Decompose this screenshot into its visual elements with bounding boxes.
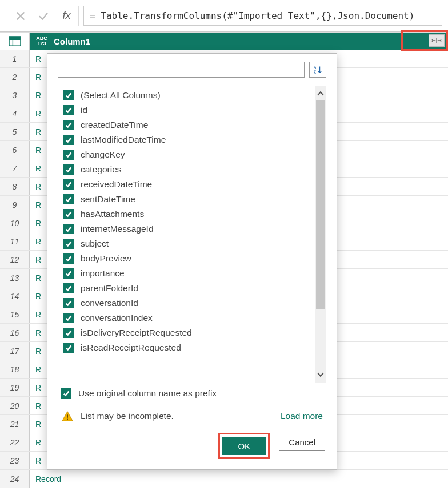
expand-columns-popup: AZ (Select All Columns)idcreatedDateTime… [47,53,337,470]
checkbox-icon[interactable] [63,194,74,204]
checkbox-icon[interactable] [63,313,74,323]
checkbox-icon[interactable] [63,239,74,249]
checkbox-icon[interactable] [63,253,74,264]
cancel-formula-icon[interactable] [9,6,32,26]
column-option-label: isReadReceiptRequested [81,343,181,353]
scrollbar[interactable] [315,86,326,383]
row-number: 12 [0,251,30,268]
checkbox-icon[interactable] [63,150,74,160]
column-checkbox-item[interactable]: id [58,103,315,118]
column-option-label: isDeliveryReceiptRequested [81,328,192,338]
row-number: 3 [0,86,30,104]
expand-column-button[interactable] [429,34,445,47]
scroll-thumb[interactable] [316,100,325,309]
checkbox-icon[interactable] [63,90,74,100]
column-name-label: Column1 [54,37,90,46]
column-checkbox-item[interactable]: bodyPreview [58,251,315,266]
column-option-label: subject [81,239,109,249]
column-option-label: conversationIndex [81,313,153,323]
checkbox-icon[interactable] [63,135,74,145]
row-number: 14 [0,287,30,305]
sort-az-button[interactable]: AZ [309,62,326,78]
checkbox-icon[interactable] [63,328,74,338]
column-checkbox-item[interactable]: hasAttachments [58,207,315,222]
column-checkbox-item[interactable]: subject [58,236,315,251]
row-number: 4 [0,104,30,122]
column-checkbox-item[interactable]: (Select All Columns) [58,88,315,103]
column-header-row: ABC 123 Column1 [0,33,448,50]
checkbox-icon[interactable] [63,268,74,279]
column-checkbox-item[interactable]: receivedDateTime [58,177,315,192]
row-number: 18 [0,360,30,378]
formula-bar: fx [0,0,448,32]
row-number: 23 [0,452,30,469]
column-option-label: internetMessageId [81,224,154,234]
row-number: 16 [0,324,30,341]
svg-text:Z: Z [314,70,316,75]
table-corner-icon[interactable] [0,33,30,50]
column-option-label: receivedDateTime [81,179,152,190]
column-checkbox-item[interactable]: isDeliveryReceiptRequested [58,325,315,340]
column-checkbox-item[interactable]: parentFolderId [58,281,315,296]
row-number: 21 [0,415,30,433]
row-number: 13 [0,269,30,287]
checkbox-icon[interactable] [63,120,74,130]
column-search-input[interactable] [58,62,305,78]
checkbox-icon[interactable] [63,298,74,308]
checkbox-icon[interactable] [63,283,74,293]
row-number: 22 [0,433,30,451]
scroll-track[interactable] [315,100,326,368]
column-checkbox-item[interactable]: changeKey [58,147,315,162]
cell-value[interactable]: Record [30,470,448,488]
column-checkbox-item[interactable]: categories [58,162,315,177]
checkbox-icon[interactable] [63,179,74,190]
scroll-up-icon[interactable] [315,87,326,100]
row-number: 10 [0,214,30,232]
column-checkbox-item[interactable]: lastModifiedDateTime [58,132,315,147]
svg-rect-3 [9,37,21,39]
row-number: 11 [0,232,30,250]
checkbox-icon[interactable] [63,164,74,175]
scroll-down-icon[interactable] [315,368,326,381]
column-checkbox-item[interactable]: conversationId [58,296,315,311]
checkbox-icon[interactable] [63,224,74,234]
checkbox-icon[interactable] [63,209,74,219]
cancel-button[interactable]: Cancel [279,433,325,451]
column-checkbox-item[interactable]: isReadReceiptRequested [58,340,315,355]
ok-button[interactable]: OK [222,437,266,455]
load-more-link[interactable]: Load more [281,411,323,421]
column-option-label: parentFolderId [81,283,138,293]
column-option-label: lastModifiedDateTime [81,135,166,145]
checkbox-icon[interactable] [63,105,74,115]
row-number: 1 [0,50,30,67]
column-header[interactable]: ABC 123 Column1 [30,33,448,50]
use-prefix-row[interactable]: Use original column name as prefix [58,383,326,402]
column-checkbox-item[interactable]: importance [58,266,315,281]
table-row[interactable]: 24Record [0,470,448,488]
column-option-label: bodyPreview [81,253,131,264]
warning-text: List may be incomplete. [81,411,174,421]
column-option-label: conversationId [81,298,138,308]
column-checkbox-item[interactable]: internetMessageId [58,222,315,236]
column-checkbox-list: (Select All Columns)idcreatedDateTimelas… [58,86,315,383]
row-number: 5 [0,123,30,140]
column-checkbox-item[interactable]: sentDateTime [58,192,315,207]
checkbox-icon[interactable] [63,343,74,353]
column-option-label: importance [81,268,125,279]
column-option-label: createdDateTime [81,120,148,130]
row-number: 15 [0,305,30,323]
use-prefix-checkbox[interactable] [61,388,71,399]
column-option-label: categories [81,164,122,175]
row-number: 19 [0,379,30,396]
row-number: 9 [0,196,30,214]
highlight-ok-annotation: OK [218,433,270,459]
formula-input[interactable] [83,6,442,26]
row-number: 2 [0,68,30,86]
row-number: 8 [0,178,30,195]
row-number: 17 [0,342,30,360]
row-number: 7 [0,159,30,177]
column-checkbox-item[interactable]: createdDateTime [58,118,315,132]
datatype-icon: ABC 123 [34,36,49,46]
column-checkbox-item[interactable]: conversationIndex [58,311,315,325]
accept-formula-icon[interactable] [32,6,55,26]
